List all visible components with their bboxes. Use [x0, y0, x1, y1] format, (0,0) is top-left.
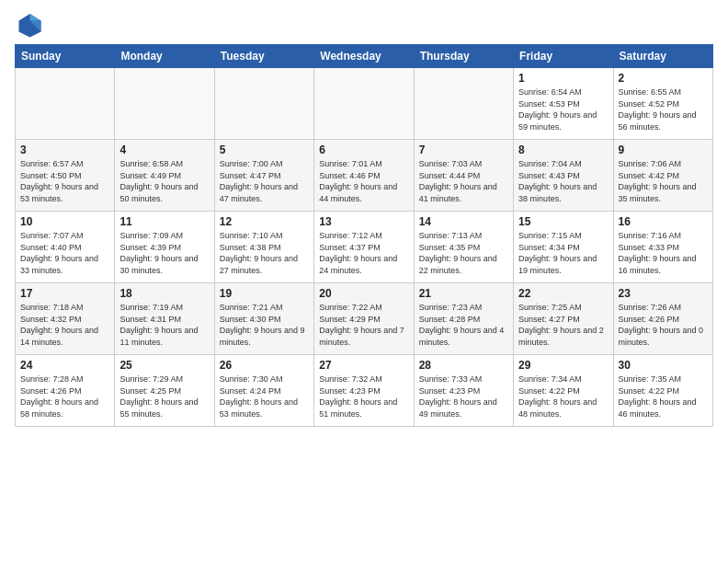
logo: [15, 11, 46, 39]
day-number: 1: [518, 72, 608, 85]
day-info: Sunrise: 6:57 AM Sunset: 4:50 PM Dayligh…: [20, 158, 109, 204]
day-cell: 1Sunrise: 6:54 AM Sunset: 4:53 PM Daylig…: [514, 68, 613, 140]
day-number: 16: [619, 215, 708, 228]
day-cell: 3Sunrise: 6:57 AM Sunset: 4:50 PM Daylig…: [16, 140, 115, 212]
day-cell: 19Sunrise: 7:21 AM Sunset: 4:30 PM Dayli…: [214, 283, 313, 355]
col-header-monday: Monday: [115, 45, 214, 68]
day-info: Sunrise: 7:26 AM Sunset: 4:26 PM Dayligh…: [619, 302, 708, 348]
day-cell: 2Sunrise: 6:55 AM Sunset: 4:52 PM Daylig…: [613, 68, 712, 140]
day-info: Sunrise: 7:32 AM Sunset: 4:23 PM Dayligh…: [319, 373, 408, 419]
day-info: Sunrise: 7:19 AM Sunset: 4:31 PM Dayligh…: [119, 302, 209, 348]
day-number: 5: [220, 144, 309, 156]
day-info: Sunrise: 7:18 AM Sunset: 4:32 PM Dayligh…: [20, 302, 109, 348]
day-info: Sunrise: 7:34 AM Sunset: 4:22 PM Dayligh…: [518, 373, 608, 419]
week-row-1: 3Sunrise: 6:57 AM Sunset: 4:50 PM Daylig…: [16, 140, 713, 212]
day-cell: [414, 68, 513, 140]
day-cell: 16Sunrise: 7:16 AM Sunset: 4:33 PM Dayli…: [613, 212, 712, 283]
page-container: SundayMondayTuesdayWednesdayThursdayFrid…: [0, 0, 728, 434]
day-cell: 11Sunrise: 7:09 AM Sunset: 4:39 PM Dayli…: [115, 212, 214, 283]
day-number: 26: [220, 359, 309, 372]
day-info: Sunrise: 7:15 AM Sunset: 4:34 PM Dayligh…: [518, 230, 608, 276]
day-cell: 25Sunrise: 7:29 AM Sunset: 4:25 PM Dayli…: [115, 355, 214, 427]
week-row-2: 10Sunrise: 7:07 AM Sunset: 4:40 PM Dayli…: [16, 212, 713, 283]
day-cell: 6Sunrise: 7:01 AM Sunset: 4:46 PM Daylig…: [314, 140, 414, 212]
day-info: Sunrise: 7:21 AM Sunset: 4:30 PM Dayligh…: [220, 302, 309, 348]
day-cell: 4Sunrise: 6:58 AM Sunset: 4:49 PM Daylig…: [115, 140, 214, 212]
day-number: 29: [518, 359, 608, 372]
col-header-friday: Friday: [514, 45, 613, 68]
day-number: 2: [619, 72, 708, 85]
day-cell: [314, 68, 414, 140]
day-info: Sunrise: 7:25 AM Sunset: 4:27 PM Dayligh…: [518, 302, 608, 348]
day-cell: 20Sunrise: 7:22 AM Sunset: 4:29 PM Dayli…: [314, 283, 414, 355]
header-row: SundayMondayTuesdayWednesdayThursdayFrid…: [16, 45, 713, 68]
day-cell: 8Sunrise: 7:04 AM Sunset: 4:43 PM Daylig…: [514, 140, 613, 212]
day-info: Sunrise: 7:00 AM Sunset: 4:47 PM Dayligh…: [220, 158, 309, 204]
day-number: 15: [518, 215, 608, 228]
day-info: Sunrise: 7:01 AM Sunset: 4:46 PM Dayligh…: [319, 158, 408, 204]
day-number: 13: [319, 215, 408, 228]
day-cell: 5Sunrise: 7:00 AM Sunset: 4:47 PM Daylig…: [214, 140, 313, 212]
day-number: 27: [319, 359, 408, 372]
day-info: Sunrise: 7:06 AM Sunset: 4:42 PM Dayligh…: [619, 158, 708, 204]
day-cell: 10Sunrise: 7:07 AM Sunset: 4:40 PM Dayli…: [16, 212, 115, 283]
day-number: 4: [119, 144, 209, 156]
day-cell: 14Sunrise: 7:13 AM Sunset: 4:35 PM Dayli…: [414, 212, 513, 283]
day-cell: 15Sunrise: 7:15 AM Sunset: 4:34 PM Dayli…: [514, 212, 613, 283]
day-number: 22: [518, 287, 608, 300]
day-number: 19: [220, 287, 309, 300]
day-cell: 30Sunrise: 7:35 AM Sunset: 4:22 PM Dayli…: [613, 355, 712, 427]
day-info: Sunrise: 7:12 AM Sunset: 4:37 PM Dayligh…: [319, 230, 408, 276]
day-info: Sunrise: 7:22 AM Sunset: 4:29 PM Dayligh…: [319, 302, 408, 348]
col-header-sunday: Sunday: [16, 45, 115, 68]
day-info: Sunrise: 7:03 AM Sunset: 4:44 PM Dayligh…: [419, 158, 508, 204]
day-cell: [115, 68, 214, 140]
day-info: Sunrise: 7:09 AM Sunset: 4:39 PM Dayligh…: [119, 230, 209, 276]
day-cell: 24Sunrise: 7:28 AM Sunset: 4:26 PM Dayli…: [16, 355, 115, 427]
header: [15, 11, 713, 39]
col-header-saturday: Saturday: [613, 45, 712, 68]
day-info: Sunrise: 7:13 AM Sunset: 4:35 PM Dayligh…: [419, 230, 508, 276]
day-number: 23: [619, 287, 708, 300]
week-row-3: 17Sunrise: 7:18 AM Sunset: 4:32 PM Dayli…: [16, 283, 713, 355]
week-row-4: 24Sunrise: 7:28 AM Sunset: 4:26 PM Dayli…: [16, 355, 713, 427]
day-cell: 17Sunrise: 7:18 AM Sunset: 4:32 PM Dayli…: [16, 283, 115, 355]
day-cell: 23Sunrise: 7:26 AM Sunset: 4:26 PM Dayli…: [613, 283, 712, 355]
day-cell: 9Sunrise: 7:06 AM Sunset: 4:42 PM Daylig…: [613, 140, 712, 212]
col-header-thursday: Thursday: [414, 45, 513, 68]
day-info: Sunrise: 7:35 AM Sunset: 4:22 PM Dayligh…: [619, 373, 708, 419]
day-number: 21: [419, 287, 508, 300]
col-header-wednesday: Wednesday: [314, 45, 414, 68]
day-number: 18: [119, 287, 209, 300]
day-info: Sunrise: 7:29 AM Sunset: 4:25 PM Dayligh…: [119, 373, 209, 419]
logo-icon: [15, 11, 42, 39]
day-cell: [16, 68, 115, 140]
day-number: 6: [319, 144, 408, 156]
day-info: Sunrise: 7:33 AM Sunset: 4:23 PM Dayligh…: [419, 373, 508, 419]
day-number: 3: [20, 144, 109, 156]
day-cell: 26Sunrise: 7:30 AM Sunset: 4:24 PM Dayli…: [214, 355, 313, 427]
day-info: Sunrise: 7:10 AM Sunset: 4:38 PM Dayligh…: [220, 230, 309, 276]
day-info: Sunrise: 7:04 AM Sunset: 4:43 PM Dayligh…: [518, 158, 608, 204]
day-info: Sunrise: 6:58 AM Sunset: 4:49 PM Dayligh…: [119, 158, 209, 204]
day-info: Sunrise: 6:54 AM Sunset: 4:53 PM Dayligh…: [518, 86, 608, 132]
day-number: 11: [119, 215, 209, 228]
day-info: Sunrise: 6:55 AM Sunset: 4:52 PM Dayligh…: [619, 86, 708, 132]
day-cell: 13Sunrise: 7:12 AM Sunset: 4:37 PM Dayli…: [314, 212, 414, 283]
day-cell: 18Sunrise: 7:19 AM Sunset: 4:31 PM Dayli…: [115, 283, 214, 355]
day-info: Sunrise: 7:30 AM Sunset: 4:24 PM Dayligh…: [220, 373, 309, 419]
day-info: Sunrise: 7:07 AM Sunset: 4:40 PM Dayligh…: [20, 230, 109, 276]
calendar-table: SundayMondayTuesdayWednesdayThursdayFrid…: [15, 44, 713, 427]
day-number: 7: [419, 144, 508, 156]
day-number: 20: [319, 287, 408, 300]
day-info: Sunrise: 7:28 AM Sunset: 4:26 PM Dayligh…: [20, 373, 109, 419]
day-number: 25: [119, 359, 209, 372]
day-number: 17: [20, 287, 109, 300]
day-number: 9: [619, 144, 708, 156]
day-info: Sunrise: 7:23 AM Sunset: 4:28 PM Dayligh…: [419, 302, 508, 348]
svg-marker-1: [30, 14, 41, 21]
day-number: 30: [619, 359, 708, 372]
day-cell: 27Sunrise: 7:32 AM Sunset: 4:23 PM Dayli…: [314, 355, 414, 427]
day-info: Sunrise: 7:16 AM Sunset: 4:33 PM Dayligh…: [619, 230, 708, 276]
week-row-0: 1Sunrise: 6:54 AM Sunset: 4:53 PM Daylig…: [16, 68, 713, 140]
